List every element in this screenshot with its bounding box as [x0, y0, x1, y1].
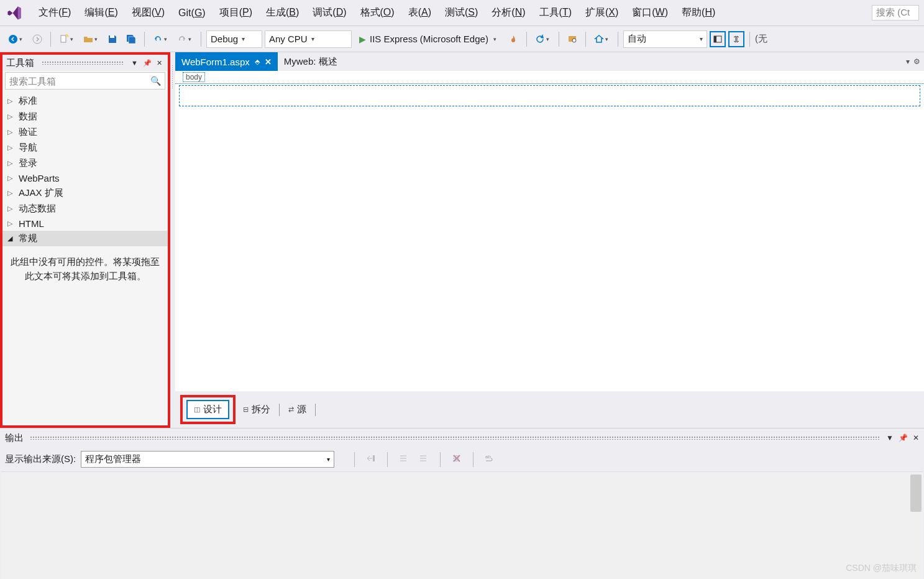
menu-file[interactable]: 文件(F) [32, 4, 77, 22]
browse-button[interactable] [564, 30, 580, 48]
close-icon[interactable]: ✕ [265, 57, 272, 67]
output-pin-icon[interactable]: 📌 [899, 433, 908, 442]
save-all-button[interactable] [123, 30, 139, 48]
svg-rect-7 [714, 36, 716, 42]
toolbox-header: 工具箱 ▼ 📌 ✕ [2, 55, 168, 71]
output-close-icon[interactable]: ✕ [913, 433, 919, 442]
vertical-splitter[interactable] [170, 52, 175, 428]
tab-webform1[interactable]: WebForm1.aspx ⬘ ✕ [175, 52, 278, 71]
toolbar-end-label: (无 [755, 33, 767, 45]
menu-tools[interactable]: 工具(T) [533, 4, 578, 22]
word-wrap-icon[interactable]: ab [483, 452, 496, 465]
redo-button[interactable]: ▾ [174, 30, 196, 48]
output-dropdown-icon[interactable]: ▼ [886, 433, 894, 442]
svg-point-1 [33, 35, 42, 44]
toolbox-search[interactable]: 🔍 [5, 72, 165, 90]
tab-myweb[interactable]: Myweb: 概述 [278, 52, 344, 71]
output-header: 输出 ▼ 📌 ✕ [0, 428, 924, 447]
output-icon-2[interactable] [398, 452, 410, 465]
tree-category-general[interactable]: ◢常规 [2, 231, 168, 246]
toggle-button-1[interactable] [710, 31, 726, 47]
vs-logo-icon [5, 4, 24, 22]
output-content[interactable] [1, 471, 923, 579]
menu-extensions[interactable]: 扩展(X) [579, 4, 624, 22]
toolbox-title: 工具箱 [6, 57, 34, 69]
toolbox-pin-icon[interactable]: 📌 [141, 58, 153, 68]
svg-rect-2 [61, 35, 66, 42]
toolbox-tree: ▷标准 ▷数据 ▷验证 ▷导航 ▷登录 ▷WebParts ▷AJAX 扩展 ▷… [2, 91, 168, 249]
output-title: 输出 [5, 432, 24, 444]
breadcrumb-body[interactable]: body [183, 72, 205, 82]
home-button[interactable]: ▾ [591, 30, 613, 48]
menu-format[interactable]: 格式(O) [354, 4, 401, 22]
menu-bar: 文件(F) 编辑(E) 视图(V) Git(G) 项目(P) 生成(B) 调试(… [0, 0, 924, 26]
selection-outline [179, 85, 920, 106]
output-icon-3[interactable] [418, 452, 430, 465]
watermark: CSDN @茄味琪琪 [846, 563, 917, 574]
editor-area: WebForm1.aspx ⬘ ✕ Myweb: 概述 ▾ ⚙ body ◫设计… [175, 52, 924, 428]
main-toolbar: ▾ ▾ ▾ ▾ ▾ Debug▾ Any CPU▾ ▶IIS Express (… [0, 26, 924, 52]
svg-rect-8 [373, 455, 375, 461]
output-icon-1[interactable] [365, 452, 377, 465]
tree-category-login[interactable]: ▷登录 [2, 155, 168, 171]
svg-point-0 [9, 35, 17, 44]
menu-debug[interactable]: 调试(D) [306, 4, 352, 22]
tree-category-html[interactable]: ▷HTML [2, 216, 168, 231]
nav-back-button[interactable]: ▾ [5, 30, 27, 48]
search-icon[interactable]: 🔍 [150, 76, 161, 86]
toggle-button-2[interactable] [728, 31, 744, 47]
design-surface[interactable] [175, 84, 924, 391]
config-dropdown[interactable]: Debug▾ [206, 30, 262, 48]
output-source-label: 显示输出来源(S): [5, 453, 76, 465]
save-button[interactable] [104, 30, 121, 48]
run-button[interactable]: ▶IIS Express (Microsoft Edge)▾ [354, 30, 503, 48]
menu-view[interactable]: 视图(V) [126, 4, 171, 22]
menu-git[interactable]: Git(G) [172, 5, 212, 21]
nav-forward-button[interactable] [29, 30, 45, 48]
menu-build[interactable]: 生成(B) [260, 4, 305, 22]
tree-category-standard[interactable]: ▷标准 [2, 93, 168, 109]
pin-icon[interactable]: ⬘ [255, 58, 260, 66]
view-source-button[interactable]: ⇄源 [282, 401, 313, 418]
scrollbar-thumb[interactable] [910, 475, 922, 512]
undo-button[interactable]: ▾ [150, 30, 172, 48]
editor-tabs: WebForm1.aspx ⬘ ✕ Myweb: 概述 ▾ ⚙ [175, 52, 924, 71]
tree-category-data[interactable]: ▷数据 [2, 109, 168, 124]
toolbox-search-input[interactable] [9, 76, 150, 86]
svg-text:ab: ab [485, 454, 491, 460]
tree-category-dynamic[interactable]: ▷动态数据 [2, 201, 168, 216]
hot-reload-button[interactable] [505, 30, 521, 48]
clear-icon[interactable] [451, 452, 463, 465]
tree-category-ajax[interactable]: ▷AJAX 扩展 [2, 185, 168, 201]
refresh-button[interactable]: ▾ [532, 30, 554, 48]
output-toolbar: 显示输出来源(S): 程序包管理器▾ ab [0, 447, 924, 471]
tabs-dropdown-icon[interactable]: ▾ [906, 57, 910, 66]
menu-window[interactable]: 窗口(W) [626, 4, 674, 22]
toolbox-dropdown-icon[interactable]: ▼ [129, 58, 140, 68]
toolbox-close-icon[interactable]: ✕ [155, 58, 164, 68]
view-design-button[interactable]: ◫设计 [186, 400, 229, 419]
menu-table[interactable]: 表(A) [402, 4, 437, 22]
menu-test[interactable]: 测试(S) [439, 4, 484, 22]
open-file-button[interactable]: ▾ [80, 30, 102, 48]
tabs-gear-icon[interactable]: ⚙ [913, 57, 920, 66]
menu-analyze[interactable]: 分析(N) [485, 4, 531, 22]
toolbox-panel: 工具箱 ▼ 📌 ✕ 🔍 ▷标准 ▷数据 ▷验证 ▷导航 ▷登录 ▷WebPart… [0, 52, 170, 428]
tree-category-navigation[interactable]: ▷导航 [2, 140, 168, 155]
breadcrumb: body [175, 71, 924, 84]
toolbox-empty-message: 此组中没有可用的控件。将某项拖至此文本可将其添加到工具箱。 [2, 249, 168, 289]
output-panel: 输出 ▼ 📌 ✕ 显示输出来源(S): 程序包管理器▾ ab [0, 428, 924, 579]
platform-dropdown[interactable]: Any CPU▾ [265, 30, 352, 48]
output-source-dropdown[interactable]: 程序包管理器▾ [81, 451, 334, 468]
menu-project[interactable]: 项目(P) [213, 4, 258, 22]
menu-edit[interactable]: 编辑(E) [78, 4, 124, 22]
global-search-input[interactable]: 搜索 (Ct [872, 5, 919, 21]
svg-point-5 [572, 39, 576, 42]
tree-category-validation[interactable]: ▷验证 [2, 124, 168, 140]
svg-rect-3 [110, 35, 114, 38]
auto-dropdown[interactable]: 自动▾ [623, 30, 707, 48]
tree-category-webparts[interactable]: ▷WebParts [2, 171, 168, 185]
menu-help[interactable]: 帮助(H) [675, 4, 721, 22]
view-split-button[interactable]: ⊟拆分 [237, 401, 277, 418]
new-file-button[interactable]: ▾ [56, 30, 78, 48]
